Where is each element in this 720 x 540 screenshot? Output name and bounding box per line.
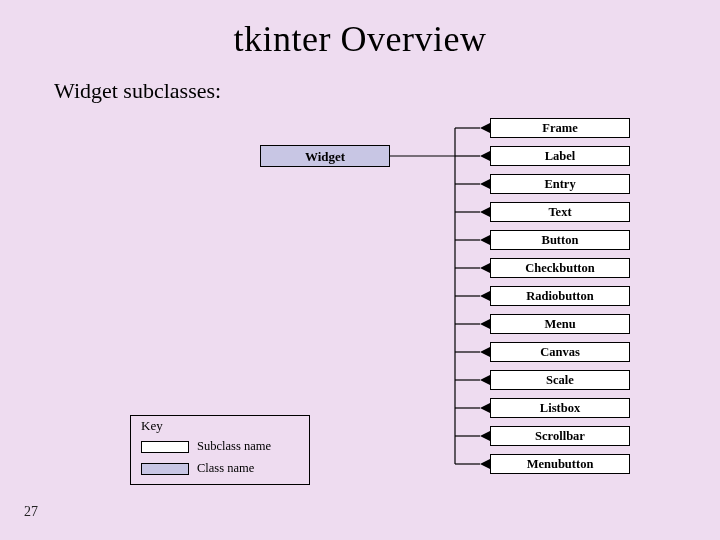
arrow-head-icon: [480, 207, 490, 217]
arrow-head-icon: [480, 375, 490, 385]
arrow-head-icon: [480, 263, 490, 273]
subclass-box: Frame: [490, 118, 630, 138]
arrow-head-icon: [480, 151, 490, 161]
arrow-head-icon: [480, 179, 490, 189]
subclass-box: Radiobutton: [490, 286, 630, 306]
subclass-box: Canvas: [490, 342, 630, 362]
subclass-box: Entry: [490, 174, 630, 194]
arrow-head-icon: [480, 431, 490, 441]
arrow-head-icon: [480, 403, 490, 413]
subclass-box: Menu: [490, 314, 630, 334]
legend-box: Key Subclass name Class name: [130, 415, 310, 485]
subclass-box: Scale: [490, 370, 630, 390]
arrow-head-icon: [480, 235, 490, 245]
legend-label-subclass: Subclass name: [197, 439, 271, 454]
arrow-head-icon: [480, 291, 490, 301]
legend-label-class: Class name: [197, 461, 254, 476]
legend-swatch-subclass: [141, 441, 189, 453]
subclass-box: Scrollbar: [490, 426, 630, 446]
subclass-box: Label: [490, 146, 630, 166]
legend-swatch-class: [141, 463, 189, 475]
legend-title: Key: [141, 418, 163, 434]
subclass-box: Checkbutton: [490, 258, 630, 278]
subclass-box: Text: [490, 202, 630, 222]
slide-title: tkinter Overview: [0, 18, 720, 60]
subclass-box: Menubutton: [490, 454, 630, 474]
subclass-box: Button: [490, 230, 630, 250]
subheading: Widget subclasses:: [54, 78, 221, 104]
arrow-head-icon: [480, 347, 490, 357]
subclass-box: Listbox: [490, 398, 630, 418]
page-number: 27: [24, 504, 38, 520]
arrow-head-icon: [480, 319, 490, 329]
arrow-head-icon: [480, 123, 490, 133]
arrow-head-icon: [480, 459, 490, 469]
parent-class-box: Widget: [260, 145, 390, 167]
